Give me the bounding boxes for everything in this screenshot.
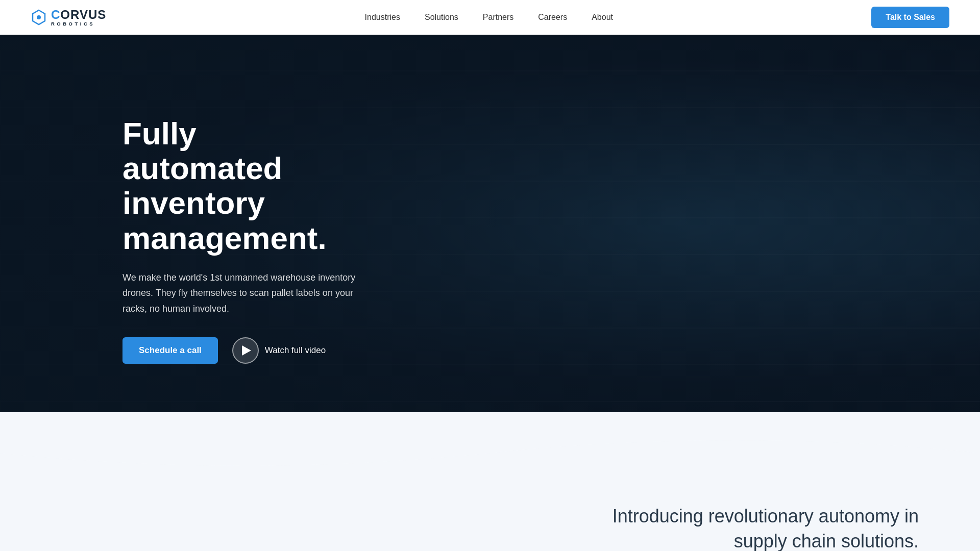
hero-title: Fully automated inventory management.	[122, 116, 357, 256]
hero-description: We make the world's 1st unmanned warehou…	[122, 270, 357, 317]
hero-actions: Schedule a call Watch full video	[122, 337, 357, 364]
svg-point-1	[37, 15, 41, 19]
hero-section: Fully automated inventory management. We…	[0, 35, 980, 412]
nav-links: Industries Solutions Partners Careers Ab…	[365, 13, 613, 22]
navbar: CORVUS ROBOTICS Industries Solutions Par…	[0, 0, 980, 35]
below-hero-section: Introducing revolutionary autonomy in su…	[0, 412, 980, 551]
logo-icon	[31, 9, 47, 26]
logo-text: CORVUS ROBOTICS	[51, 8, 106, 27]
nav-item-about[interactable]: About	[592, 13, 613, 22]
nav-item-careers[interactable]: Careers	[538, 13, 567, 22]
wave-divider	[0, 412, 980, 473]
watch-video-button[interactable]: Watch full video	[232, 337, 326, 364]
logo[interactable]: CORVUS ROBOTICS	[31, 8, 106, 27]
nav-item-industries[interactable]: Industries	[365, 13, 400, 22]
play-button-circle	[232, 337, 259, 364]
intro-heading: Introducing revolutionary autonomy in su…	[561, 504, 919, 551]
nav-item-solutions[interactable]: Solutions	[425, 13, 458, 22]
schedule-call-button[interactable]: Schedule a call	[122, 337, 218, 364]
intro-section: Introducing revolutionary autonomy in su…	[0, 473, 980, 551]
talk-to-sales-button[interactable]: Talk to Sales	[871, 7, 949, 28]
wave-svg	[0, 412, 980, 473]
hero-content: Fully automated inventory management. We…	[0, 35, 357, 364]
play-icon	[242, 345, 251, 356]
watch-video-label: Watch full video	[265, 345, 326, 356]
nav-item-partners[interactable]: Partners	[483, 13, 513, 22]
